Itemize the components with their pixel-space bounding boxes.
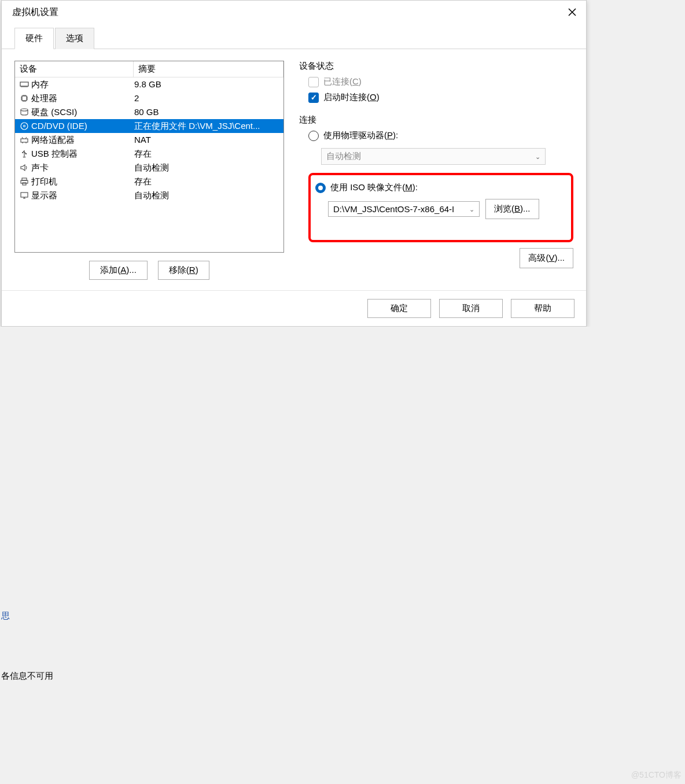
network-icon	[19, 135, 30, 145]
device-summary: 正在使用文件 D:\VM_JSJ\Cent...	[134, 119, 280, 133]
printer-icon	[19, 176, 30, 187]
connected-label: 已连接(C)	[323, 76, 362, 87]
device-summary: NAT	[134, 133, 280, 147]
tabs: 硬件 选项	[2, 27, 586, 49]
physical-drive-label: 使用物理驱动器(P):	[323, 130, 398, 141]
connect-at-poweron-label: 启动时连接(O)	[323, 92, 380, 103]
iso-path-value: D:\VM_JSJ\CentOS-7-x86_64-I	[333, 204, 454, 214]
table-row[interactable]: 内存 9.8 GB	[15, 77, 283, 91]
physical-drive-radio	[308, 131, 319, 141]
device-label: USB 控制器	[31, 147, 78, 161]
display-icon	[19, 190, 30, 201]
physical-drive-select[interactable]: 自动检测 ⌄	[321, 148, 546, 165]
svg-point-3	[21, 123, 28, 130]
device-summary: 存在	[134, 147, 280, 161]
device-summary: 自动检测	[134, 161, 280, 175]
device-summary: 2	[134, 91, 280, 105]
svg-rect-0	[20, 82, 28, 86]
table-header: 设备 摘要	[15, 61, 283, 77]
tab-hardware[interactable]: 硬件	[14, 28, 54, 49]
connected-checkbox-row[interactable]: 已连接(C)	[308, 76, 573, 87]
dialog-footer: 确定 取消 帮助	[2, 290, 586, 326]
table-row[interactable]: 硬盘 (SCSI) 80 GB	[15, 105, 283, 119]
svg-point-2	[21, 109, 28, 111]
device-label: 网络适配器	[31, 133, 75, 147]
device-status-group: 设备状态 已连接(C) 启动时连接(O)	[298, 61, 573, 103]
header-summary[interactable]: 摘要	[134, 61, 283, 77]
device-label: 处理器	[31, 91, 57, 105]
device-status-title: 设备状态	[298, 61, 573, 72]
device-summary: 80 GB	[134, 105, 280, 119]
table-row[interactable]: 处理器 2	[15, 91, 283, 105]
tab-options[interactable]: 选项	[55, 28, 94, 49]
iso-radio-row[interactable]: 使用 ISO 映像文件(M):	[315, 182, 566, 193]
svg-rect-11	[21, 193, 28, 197]
usb-icon	[19, 149, 30, 159]
device-label: CD/DVD (IDE)	[31, 119, 87, 133]
disk-icon	[19, 107, 30, 117]
connection-group: 连接 使用物理驱动器(P): 自动检测 ⌄ 使用 ISO 映像文件(M):	[298, 114, 573, 268]
browse-button[interactable]: 浏览(B)...	[485, 199, 539, 219]
device-label: 打印机	[31, 175, 57, 188]
device-detail-panel: 设备状态 已连接(C) 启动时连接(O) 连接	[298, 61, 573, 280]
svg-rect-7	[25, 153, 27, 154]
table-row[interactable]: 打印机 存在	[15, 175, 283, 188]
advanced-row: 高级(V)...	[308, 248, 573, 268]
dialog-title: 虚拟机设置	[12, 6, 58, 19]
help-button[interactable]: 帮助	[511, 299, 574, 318]
table-row[interactable]: 声卡 自动检测	[15, 161, 283, 175]
header-device[interactable]: 设备	[15, 61, 134, 77]
table-body: 内存 9.8 GB 处理器 2 硬盘 (SCSI) 80 GB CD/DVD (…	[15, 77, 283, 202]
physical-drive-value: 自动检测	[326, 151, 361, 161]
remove-button[interactable]: 移除(R)	[158, 261, 209, 280]
hardware-list-panel: 设备 摘要 内存 9.8 GB 处理器 2 硬盘 (SCSI) 80 GB	[14, 61, 284, 280]
connected-checkbox	[308, 77, 319, 87]
svg-rect-5	[21, 139, 28, 142]
device-table: 设备 摘要 内存 9.8 GB 处理器 2 硬盘 (SCSI) 80 GB	[14, 61, 284, 253]
connect-at-poweron-row[interactable]: 启动时连接(O)	[308, 92, 573, 103]
connect-at-poweron-checkbox	[308, 93, 319, 103]
device-buttons: 添加(A)... 移除(R)	[14, 261, 284, 280]
device-summary: 自动检测	[134, 188, 280, 202]
content: 设备 摘要 内存 9.8 GB 处理器 2 硬盘 (SCSI) 80 GB	[2, 49, 586, 290]
device-label: 硬盘 (SCSI)	[31, 105, 77, 119]
table-row[interactable]: 显示器 自动检测	[15, 188, 283, 202]
titlebar: 虚拟机设置	[2, 1, 586, 23]
sound-icon	[19, 162, 30, 173]
chevron-down-icon: ⌄	[469, 205, 474, 213]
device-summary: 存在	[134, 175, 280, 188]
svg-point-6	[22, 152, 23, 153]
advanced-button[interactable]: 高级(V)...	[520, 248, 573, 268]
svg-rect-1	[22, 96, 27, 101]
close-button[interactable]	[565, 5, 579, 19]
svg-rect-8	[22, 178, 27, 180]
table-row[interactable]: 网络适配器 NAT	[15, 133, 283, 147]
physical-drive-radio-row[interactable]: 使用物理驱动器(P):	[308, 130, 573, 141]
cpu-icon	[19, 93, 30, 103]
device-label: 内存	[31, 77, 49, 91]
table-row[interactable]: CD/DVD (IDE) 正在使用文件 D:\VM_JSJ\Cent...	[15, 119, 283, 133]
chevron-down-icon: ⌄	[535, 153, 540, 160]
cd-icon	[19, 121, 30, 131]
iso-path-select[interactable]: D:\VM_JSJ\CentOS-7-x86_64-I ⌄	[328, 201, 480, 217]
vm-settings-dialog: 虚拟机设置 硬件 选项 设备 摘要 内存 9.8 GB 处理器	[1, 0, 587, 327]
memory-icon	[19, 79, 30, 90]
device-label: 显示器	[31, 188, 57, 202]
table-row[interactable]: USB 控制器 存在	[15, 147, 283, 161]
device-label: 声卡	[31, 161, 49, 175]
cancel-button[interactable]: 取消	[439, 299, 503, 318]
iso-radio	[315, 183, 326, 193]
ok-button[interactable]: 确定	[367, 299, 431, 318]
iso-highlight-box: 使用 ISO 映像文件(M): D:\VM_JSJ\CentOS-7-x86_6…	[308, 173, 573, 242]
iso-label: 使用 ISO 映像文件(M):	[330, 182, 418, 193]
device-summary: 9.8 GB	[134, 77, 280, 91]
close-icon	[568, 8, 577, 17]
add-button[interactable]: 添加(A)...	[89, 261, 148, 280]
connection-title: 连接	[298, 114, 573, 125]
svg-point-4	[24, 125, 25, 127]
iso-row: D:\VM_JSJ\CentOS-7-x86_64-I ⌄ 浏览(B)...	[328, 199, 566, 219]
